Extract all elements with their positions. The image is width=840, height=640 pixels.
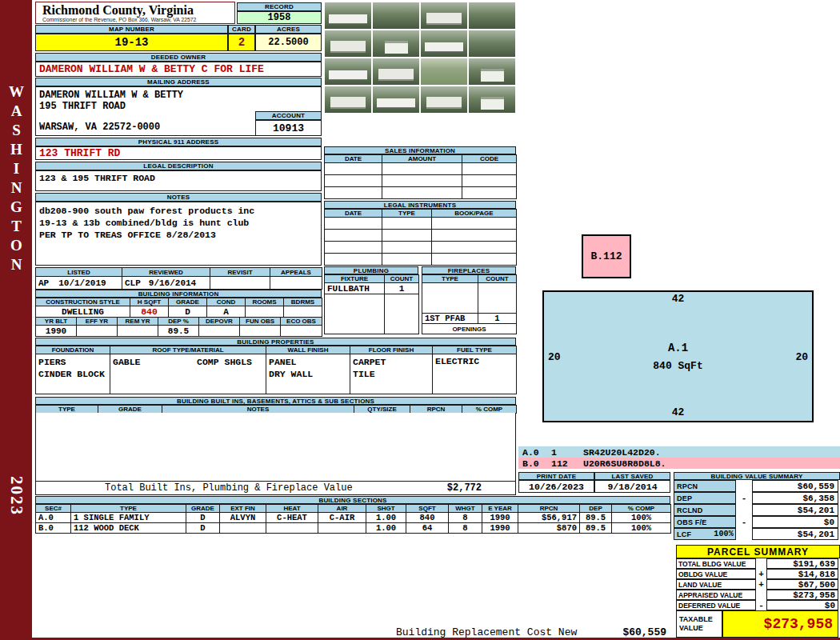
- ps-deferred-label: DEFERRED VALUE: [676, 600, 756, 610]
- legal-instruments-table: DATE TYPE BOOK/PAGE: [324, 209, 517, 266]
- building-info-table-2: YR BLT EFF YR REM YR DEP % DEPOVR FUN OB…: [35, 317, 322, 337]
- empty-cell: [385, 294, 419, 334]
- property-photo[interactable]: [372, 2, 420, 30]
- ps-obldg-label: OBLDG VALUE: [676, 569, 756, 579]
- notes-label: NOTES: [35, 193, 322, 202]
- roof-value: GABLE COMP SHGLS: [110, 354, 266, 394]
- property-photo[interactable]: [420, 30, 468, 58]
- empty-cell: [325, 163, 382, 175]
- property-photo[interactable]: [420, 2, 468, 30]
- account-label: ACCOUNT: [255, 111, 322, 120]
- fuel-type-value: ELECTRIC: [433, 354, 517, 394]
- legal-description-label: LEGAL DESCRIPTION: [35, 162, 322, 170]
- note-line: db208-900 south paw forest products inc: [39, 205, 318, 217]
- building-sections-label: BUILDING SECTIONS: [35, 496, 670, 504]
- property-photo[interactable]: [420, 58, 468, 86]
- account-value: 10913: [255, 120, 322, 136]
- parcel-summary-title: PARCEL SUMMARY: [676, 545, 840, 558]
- property-photo[interactable]: [372, 86, 420, 114]
- wall-line-2: DRY WALL: [269, 368, 313, 380]
- record-label: RECORD: [237, 2, 322, 11]
- property-photo[interactable]: [372, 58, 420, 86]
- fireplace-type-value: 1ST PFAB: [422, 314, 478, 324]
- foundation-header: FOUNDATION: [36, 346, 110, 354]
- bs-cell: 1990: [482, 523, 518, 534]
- property-photo[interactable]: [324, 86, 372, 114]
- bvs-obs-label: OBS F/E: [677, 518, 706, 526]
- bs-shgt-header: SHGT: [366, 505, 406, 513]
- property-photo[interactable]: [324, 2, 372, 30]
- empty-cell: [382, 242, 432, 254]
- bs-grade-header: GRADE: [186, 505, 220, 513]
- legend-b-code: B.0: [522, 458, 551, 469]
- property-photo[interactable]: [468, 58, 516, 86]
- fixture-count-header: COUNT: [385, 275, 419, 283]
- fixture-value: FULLBATH: [325, 283, 385, 294]
- bs-extfin-header: EXT FIN: [220, 505, 266, 513]
- built-ins-total-row: Total Built Ins, Plumbing & Fireplace Va…: [35, 482, 516, 495]
- remyr-header: REM YR: [118, 318, 158, 326]
- fireplaces-label: FIREPLACES: [422, 266, 516, 274]
- hsqft-header: H SQFT: [130, 298, 169, 306]
- bvs-rpcn-op: [736, 480, 752, 492]
- empty-cell: [325, 175, 382, 187]
- property-photo[interactable]: [468, 30, 516, 58]
- ps-total-bldg-label: TOTAL BLDG VALUE: [676, 558, 756, 569]
- note-line: 19-13 & 13b combined/bldg is hunt club: [39, 217, 318, 229]
- property-photo[interactable]: [324, 30, 372, 58]
- reviewed-value: CLP 9/16/2014: [122, 277, 210, 290]
- bvs-lcf-label-cell: LCF 100%: [674, 528, 736, 540]
- built-ins-total-value: $2,772: [447, 482, 482, 494]
- sales-information-label: SALES INFORMATION: [324, 146, 516, 154]
- photo-grid: [324, 2, 516, 142]
- property-photo[interactable]: [420, 86, 468, 114]
- bvs-obs-label-cell: OBS F/E: [674, 516, 736, 528]
- fireplace-type-header: TYPE: [422, 275, 478, 283]
- bvs-dep-label: DEP: [677, 494, 692, 502]
- foundation-value: PIERS CINDER BLOCK: [36, 354, 110, 394]
- bs-cell: 1 SINGLE FAMILY: [71, 513, 186, 523]
- roof-header: ROOF TYPE/MATERIAL: [110, 346, 266, 354]
- roof-type: GABLE: [113, 356, 141, 368]
- legend-b-path: U20R6SU8R8D8L8.: [583, 458, 666, 469]
- bs-cell: B.0: [36, 523, 71, 534]
- empty-cell: [325, 230, 382, 242]
- bvs-rclnd-label: RCLND: [677, 506, 703, 514]
- property-photo[interactable]: [468, 2, 516, 30]
- openings-label: OPENINGS: [422, 324, 517, 334]
- sales-table: DATE AMOUNT CODE: [324, 154, 517, 199]
- bs-cell: [220, 523, 266, 534]
- empty-cell: [382, 254, 432, 266]
- acres-label: ACRES: [255, 25, 322, 34]
- sales-amount-header: AMOUNT: [382, 155, 462, 163]
- sketch-area: B.112 42 42 20 20 A.1 840 SqFt: [518, 0, 840, 445]
- funobs-header: FUN OBS: [240, 318, 281, 326]
- effyr-value: [77, 326, 118, 337]
- county-subtitle: Commissioner of the Revenue, PO Box 366,…: [42, 17, 234, 22]
- deeded-owner-label: DEEDED OWNER: [35, 53, 322, 62]
- empty-cell: [382, 218, 432, 230]
- property-photo[interactable]: [372, 30, 420, 58]
- empty-cell: [462, 163, 517, 175]
- foundation-line-1: PIERS: [38, 356, 66, 368]
- built-ins-total-label: Total Built Ins, Plumbing & Fireplace Va…: [36, 482, 353, 494]
- ps-deferred-value: $0: [766, 600, 838, 610]
- depovr-header: DEPOVR: [199, 318, 240, 326]
- empty-cell: [325, 242, 382, 254]
- ps-land-label: LAND VALUE: [676, 579, 756, 590]
- bvs-rclnd-label-cell: RCLND: [674, 504, 736, 516]
- mailing-line-2: 195 THRIFT ROAD: [39, 101, 318, 112]
- property-photo[interactable]: [324, 58, 372, 86]
- plumbing-table: FIXTURE COUNT FULLBATH 1: [324, 274, 419, 334]
- empty-cell: [432, 254, 517, 266]
- construction-style-value: DWELLING: [36, 306, 130, 318]
- bs-cell: ALVYN: [220, 513, 266, 523]
- card-label: CARD: [228, 25, 255, 34]
- ecoobs-value: [281, 326, 322, 337]
- ps-appraised-label: APPRAISED VALUE: [676, 590, 756, 600]
- card-value: 2: [228, 34, 255, 51]
- property-photo[interactable]: [468, 86, 516, 114]
- floor-line-2: TILE: [353, 368, 375, 380]
- cond-value: A: [207, 306, 246, 318]
- empty-cell: [422, 283, 478, 314]
